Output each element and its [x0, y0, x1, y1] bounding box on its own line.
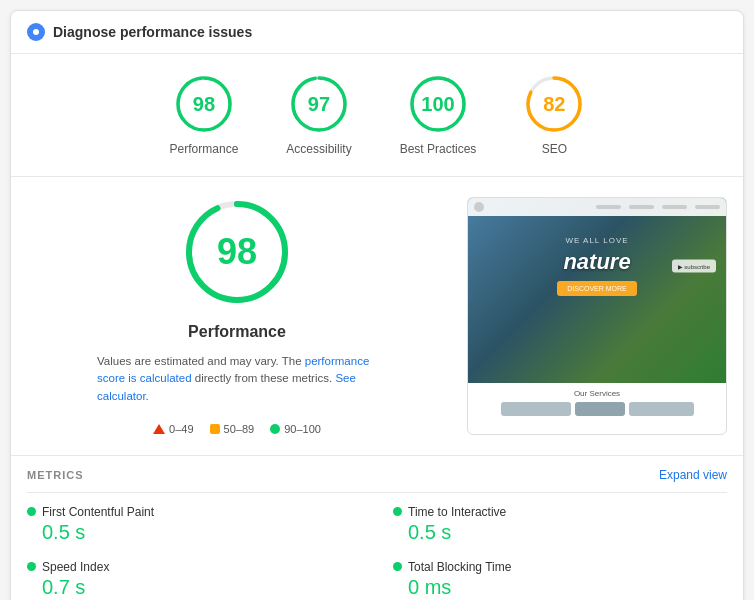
footer-bars: [474, 402, 720, 416]
legend-high-label: 90–100: [284, 423, 321, 435]
scores-row: 98 Performance 97 Accessibility 100 Best…: [11, 54, 743, 177]
hero-subtitle: we all love: [565, 236, 628, 245]
score-item-accessibility: 97 Accessibility: [286, 74, 351, 156]
legend-high: 90–100: [270, 423, 321, 435]
score-value: 82: [543, 93, 565, 116]
metric-dot: [27, 507, 36, 516]
score-label: Performance: [170, 142, 239, 156]
metric-dot: [27, 562, 36, 571]
footer-section-label: Our Services: [474, 389, 720, 398]
metric-name: Speed Index: [42, 560, 109, 574]
screenshot-hero: we all love nature DISCOVER MORE ▶ subsc…: [468, 216, 726, 316]
score-label: Accessibility: [286, 142, 351, 156]
screenshot-panel: we all love nature DISCOVER MORE ▶ subsc…: [467, 197, 727, 435]
metrics-title: METRICS: [27, 469, 84, 481]
legend-low-label: 0–49: [169, 423, 193, 435]
legend-mid-label: 50–89: [224, 423, 255, 435]
subscribe-button[interactable]: ▶ subscribe: [672, 260, 716, 273]
perf-score-link[interactable]: performance score is calculated: [97, 355, 369, 384]
legend-mid: 50–89: [210, 423, 255, 435]
score-label: SEO: [542, 142, 567, 156]
metric-name: First Contentful Paint: [42, 505, 154, 519]
card-header: Diagnose performance issues: [11, 11, 743, 54]
metric-item: Total Blocking Time 0 ms: [393, 560, 727, 599]
nav-link: [662, 205, 687, 209]
legend-square-icon: [210, 424, 220, 434]
nav-link: [695, 205, 720, 209]
screenshot-footer: Our Services: [468, 383, 726, 422]
footer-bar-1: [501, 402, 571, 416]
screenshot-nav: [468, 198, 726, 216]
nav-link: [629, 205, 654, 209]
header-icon: [27, 23, 45, 41]
legend-row: 0–49 50–89 90–100: [153, 423, 321, 435]
metric-name-row: Speed Index: [27, 560, 361, 574]
card-title: Diagnose performance issues: [53, 24, 252, 40]
metric-name: Time to Interactive: [408, 505, 506, 519]
metric-dot: [393, 507, 402, 516]
nav-links: [596, 205, 720, 209]
metric-value: 0.5 s: [42, 521, 361, 544]
legend-low: 0–49: [153, 423, 193, 435]
footer-bar-2: [575, 402, 625, 416]
hero-title: nature: [563, 249, 630, 275]
metric-item: Speed Index 0.7 s: [27, 560, 361, 599]
metric-item: Time to Interactive 0.5 s: [393, 505, 727, 544]
hero-cta-button[interactable]: DISCOVER MORE: [557, 281, 637, 296]
nav-link: [596, 205, 621, 209]
legend-circle-icon: [270, 424, 280, 434]
score-item-seo: 82 SEO: [524, 74, 584, 156]
metric-item: First Contentful Paint 0.5 s: [27, 505, 361, 544]
metric-value: 0 ms: [408, 576, 727, 599]
expand-view-link[interactable]: Expand view: [659, 468, 727, 482]
big-score-circle: 98: [182, 197, 292, 307]
score-value: 97: [308, 93, 330, 116]
main-content: 98 Performance Values are estimated and …: [11, 177, 743, 456]
big-score-number: 98: [217, 231, 257, 273]
metric-name-row: Time to Interactive: [393, 505, 727, 519]
metrics-header: METRICS Expand view: [27, 468, 727, 482]
score-value: 98: [193, 93, 215, 116]
footer-bar-3: [629, 402, 694, 416]
metric-value: 0.5 s: [408, 521, 727, 544]
metric-value: 0.7 s: [42, 576, 361, 599]
legend-triangle-icon: [153, 424, 165, 434]
score-label: Best Practices: [400, 142, 477, 156]
score-item-performance: 98 Performance: [170, 74, 239, 156]
metric-name-row: Total Blocking Time: [393, 560, 727, 574]
site-logo: [474, 202, 484, 212]
metrics-section: METRICS Expand view First Contentful Pai…: [11, 456, 743, 600]
metrics-grid: First Contentful Paint 0.5 s Time to Int…: [27, 505, 727, 600]
score-value: 100: [421, 93, 454, 116]
score-item-best-practices: 100 Best Practices: [400, 74, 477, 156]
screenshot-image: we all love nature DISCOVER MORE ▶ subsc…: [468, 198, 726, 383]
perf-description: Values are estimated and may vary. The p…: [97, 353, 377, 405]
perf-label: Performance: [188, 323, 286, 341]
metric-name: Total Blocking Time: [408, 560, 511, 574]
metrics-divider: [27, 492, 727, 493]
left-panel: 98 Performance Values are estimated and …: [27, 197, 447, 435]
main-card: Diagnose performance issues 98 Performan…: [10, 10, 744, 600]
metric-dot: [393, 562, 402, 571]
metric-name-row: First Contentful Paint: [27, 505, 361, 519]
